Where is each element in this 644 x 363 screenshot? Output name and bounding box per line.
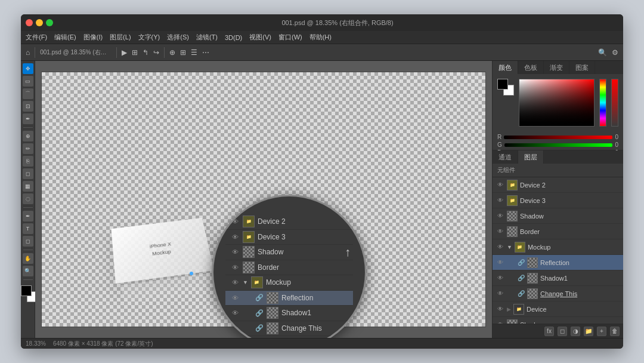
zoom-tool[interactable]: 🔍 [23,266,33,276]
layer-thumb-device2: 📁 [507,180,518,190]
menu-image[interactable]: 图像(I) [83,33,103,42]
menu-edit[interactable]: 编辑(E) [54,33,76,42]
g-label: G [497,141,502,148]
crop-tool[interactable]: ⊡ [23,101,33,112]
menu-3d[interactable]: 3D(D) [225,34,242,41]
layer-vis-device[interactable]: 👁 [496,305,504,313]
toolbar-icon-1[interactable]: ▶ [122,48,127,57]
r-slider[interactable] [504,136,612,139]
layer-fx-btn[interactable]: fx [544,327,554,336]
layer-item-mockup[interactable]: 👁 ▼ 📁 Mockup [493,239,623,255]
toolbar-icon-3[interactable]: ↰ [143,48,148,57]
layer-vis-device2[interactable]: 👁 [496,181,504,189]
hand-tool[interactable]: ✋ [23,253,33,264]
layer-vis-shadow[interactable]: 👁 [496,212,504,220]
layer-adj-btn[interactable]: ◑ [571,327,580,336]
text-tool[interactable]: T [23,223,33,234]
shape-tool[interactable]: ◻ [23,236,33,247]
select-tool[interactable]: ▭ [23,76,33,87]
layer-item-border[interactable]: 👁 Border [493,224,623,239]
layer-thumb-device3: 📁 [507,195,518,206]
foreground-swatch[interactable] [21,285,32,296]
eyedropper-tool[interactable]: ✒ [23,113,33,124]
zoom-name-mockup: Mockup [266,278,348,287]
lasso-tool[interactable]: ⌒ [23,88,33,99]
home-icon[interactable]: ⌂ [26,48,30,57]
layer-item-changethis[interactable]: 👁 🔗 Change This [493,286,623,302]
menu-file[interactable]: 文件(F) [26,33,47,42]
toolbar-icon-2[interactable]: ⊞ [132,48,138,57]
tab-pattern[interactable]: 图案 [569,61,595,74]
toolbar-icon-6[interactable]: ⊞ [180,48,186,57]
layer-add-btn[interactable]: + [597,327,606,336]
toolbar-separator-2 [116,47,117,58]
zoom-layer-border: 👁 Border [225,260,353,276]
layer-name-device: Device [527,306,620,313]
layer-arrow-device[interactable]: ▶ [507,306,511,312]
layer-item-shadow2[interactable]: 👁 Shadow [493,317,623,324]
layer-item-shadow[interactable]: 👁 Shadow [493,208,623,224]
layer-arrow-mockup[interactable]: ▼ [507,244,512,250]
color-fg-swatch[interactable] [497,79,508,90]
close-button[interactable] [26,19,33,26]
toolbar-icon-8[interactable]: ⋯ [202,48,209,57]
menu-filter[interactable]: 滤镜(T) [196,33,218,42]
toolbar-separator-3 [164,47,165,58]
layer-chain-changethis: 🔗 [518,290,525,297]
menu-select[interactable]: 选择(S) [167,33,189,42]
color-gradient[interactable] [519,79,595,127]
main-content: ✥ ▭ ⌒ ⊡ ✒ ⊕ ✏ ⎘ ◻ ▦ ◌ ✒ T ◻ ✋ 🔍 [21,61,623,338]
layer-item-shadow1[interactable]: 👁 🔗 Shadow1 [493,270,623,286]
pen-tool[interactable]: ✒ [23,211,33,222]
toolbar-icon-7[interactable]: ☰ [191,48,197,57]
tab-gradient[interactable]: 渐变 [544,61,569,74]
tab-color[interactable]: 颜色 [493,61,518,74]
settings-icon[interactable]: ⚙ [612,48,618,57]
layer-vis-reflection[interactable]: 👁 [496,259,504,267]
layer-thumb-device: 📁 [513,304,524,315]
layer-vis-changethis[interactable]: 👁 [496,290,504,298]
layers-list[interactable]: 👁 📁 Device 2 👁 📁 Device 3 👁 Shadow [493,177,623,324]
r-val: 0 [615,134,618,140]
maximize-button[interactable] [46,19,53,26]
zoom-arrow-indicator: ↑ [345,245,351,259]
menu-layer[interactable]: 图层(L) [110,33,131,42]
layer-del-btn[interactable]: 🗑 [610,327,620,336]
tab-channels[interactable]: 通道 [493,150,518,164]
window-controls [26,19,53,26]
erase-tool[interactable]: ◻ [23,168,33,179]
g-slider[interactable] [504,143,613,147]
toolbar-icon-4[interactable]: ↪ [153,48,159,57]
search-icon[interactable]: 🔍 [598,48,607,57]
layer-vis-shadow1[interactable]: 👁 [496,274,504,282]
zoom-thumb-border [243,262,255,273]
layer-item-device2[interactable]: 👁 📁 Device 2 [493,177,623,193]
clone-tool[interactable]: ⎘ [23,156,33,167]
layer-item-device3[interactable]: 👁 📁 Device 3 [493,193,623,208]
blur-tool[interactable]: ◌ [23,193,33,204]
toolbar-icon-5[interactable]: ⊕ [169,48,175,57]
move-tool[interactable]: ✥ [23,63,33,74]
menu-help[interactable]: 帮助(H) [309,33,332,42]
minimize-button[interactable] [36,19,43,26]
alpha-bar[interactable] [611,79,618,127]
menu-view[interactable]: 视图(V) [249,33,271,42]
gradient-tool[interactable]: ▦ [23,181,33,192]
tab-layers[interactable]: 图层 [518,150,544,164]
menu-text[interactable]: 文字(Y) [138,33,160,42]
layer-item-device[interactable]: 👁 ▶ 📁 Device [493,302,623,317]
layer-item-reflection[interactable]: 👁 🔗 Reflection [493,255,623,270]
menu-window[interactable]: 窗口(W) [278,33,302,42]
layer-group-btn[interactable]: 📁 [584,327,593,336]
color-fg-bg[interactable] [497,79,514,96]
zoom-thumb-reflection [267,292,278,304]
layer-vis-device3[interactable]: 👁 [496,196,504,205]
layer-mask-btn[interactable]: ◻ [558,327,567,336]
layer-vis-mockup[interactable]: 👁 [496,243,504,251]
tab-swatches[interactable]: 色板 [518,61,544,74]
canvas-area[interactable]: iPhone XMockup 👁 📁 Device 2 👁 [35,61,492,338]
heal-tool[interactable]: ⊕ [23,131,33,141]
layer-vis-border[interactable]: 👁 [496,227,504,236]
hue-bar[interactable] [599,79,606,127]
brush-tool[interactable]: ✏ [23,143,33,154]
